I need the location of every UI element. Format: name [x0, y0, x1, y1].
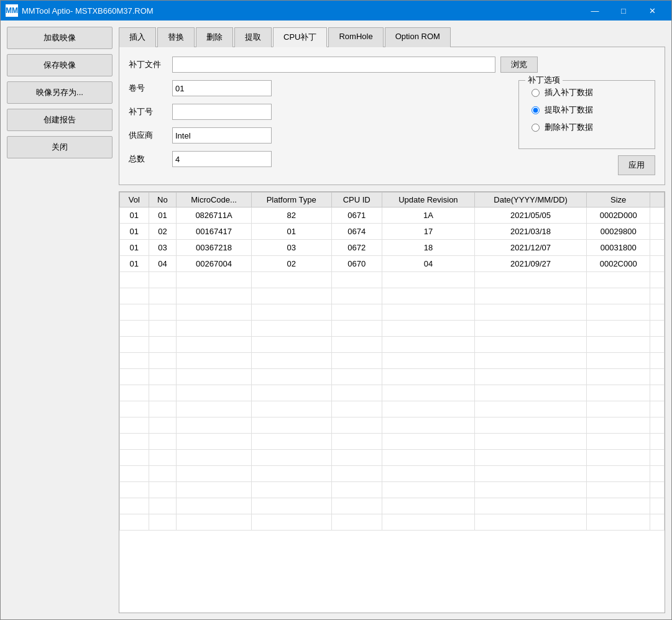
vol-input[interactable]	[172, 80, 272, 96]
cell-9-1	[149, 353, 177, 369]
table-row[interactable]	[120, 304, 665, 321]
save-image-button[interactable]: 保存映像	[7, 54, 113, 76]
col-update-revision: Update Revision	[382, 193, 474, 207]
cell-15-3	[251, 450, 331, 466]
table-row[interactable]: 010300367218030672182021/12/0700031800	[120, 240, 665, 256]
cell-18-4	[331, 498, 382, 514]
col-vol: Vol	[120, 193, 149, 207]
vol-label: 卷号	[129, 83, 172, 94]
cell-19-8	[650, 514, 665, 531]
patch-file-input[interactable]	[172, 57, 495, 73]
cell-11-2	[177, 385, 252, 401]
cell-1-1: 02	[149, 224, 177, 240]
cell-15-4	[331, 450, 382, 466]
table-row[interactable]	[120, 434, 665, 450]
cell-10-7	[587, 369, 650, 385]
table-row[interactable]	[120, 337, 665, 353]
cell-19-3	[251, 514, 331, 531]
cell-2-6: 2021/12/07	[475, 240, 587, 256]
patch-no-input[interactable]	[172, 104, 272, 120]
vendor-input[interactable]	[172, 127, 272, 144]
close-app-button[interactable]: 关闭	[7, 136, 113, 158]
cell-1-7: 00029800	[587, 224, 650, 240]
table-row[interactable]: 010400267004020670042021/09/270002C000	[120, 256, 665, 272]
minimize-button[interactable]: —	[581, 1, 609, 21]
cell-1-6: 2021/03/18	[475, 224, 587, 240]
close-button[interactable]: ✕	[638, 1, 666, 21]
cell-5-3	[251, 288, 331, 304]
cell-15-6	[475, 450, 587, 466]
table-row[interactable]	[120, 321, 665, 337]
table-row[interactable]	[120, 353, 665, 369]
tab-insert[interactable]: 插入	[119, 27, 156, 47]
cell-8-4	[331, 337, 382, 353]
tab-option-rom[interactable]: Option ROM	[385, 27, 451, 47]
cell-8-2	[177, 337, 252, 353]
cell-0-0: 01	[120, 207, 149, 224]
create-report-button[interactable]: 创建报告	[7, 109, 113, 131]
save-image-as-button[interactable]: 映像另存为...	[7, 81, 113, 104]
vendor-row: 供应商	[129, 127, 506, 144]
cell-5-6	[475, 288, 587, 304]
table-row[interactable]	[120, 288, 665, 304]
table-row[interactable]	[120, 417, 665, 434]
cell-7-7	[587, 321, 650, 337]
cell-2-4: 0672	[331, 240, 382, 256]
cell-8-1	[149, 337, 177, 353]
cell-8-5	[382, 337, 474, 353]
table-row[interactable]: 010200167417010674172021/03/1800029800	[120, 224, 665, 240]
main-content: 加载映像 保存映像 映像另存为... 创建报告 关闭 插入 替换 删除 提取 C…	[1, 21, 671, 619]
cell-12-0	[120, 401, 149, 417]
table-row[interactable]: 01010826711A8206711A2021/05/050002D000	[120, 207, 665, 224]
tab-delete[interactable]: 删除	[196, 27, 233, 47]
cell-17-2	[177, 482, 252, 498]
total-input[interactable]	[172, 151, 272, 167]
cell-16-2	[177, 466, 252, 482]
insert-patch-radio[interactable]	[532, 89, 540, 97]
cell-3-1: 04	[149, 256, 177, 272]
extract-patch-option[interactable]: 提取补丁数据	[532, 104, 642, 116]
table-row[interactable]	[120, 498, 665, 514]
table-row[interactable]	[120, 514, 665, 531]
delete-patch-label: 删除补丁数据	[545, 122, 593, 133]
table-row[interactable]	[120, 272, 665, 288]
patch-file-label: 补丁文件	[129, 59, 172, 70]
cell-3-6: 2021/09/27	[475, 256, 587, 272]
table-row[interactable]	[120, 385, 665, 401]
cell-2-8	[650, 240, 665, 256]
cell-6-1	[149, 304, 177, 321]
apply-button[interactable]: 应用	[618, 155, 655, 175]
cell-11-4	[331, 385, 382, 401]
microcode-table: Vol No MicroCode... Platform Type CPU ID…	[119, 192, 665, 531]
load-image-button[interactable]: 加载映像	[7, 27, 113, 49]
cell-9-6	[475, 353, 587, 369]
tab-cpu-patch[interactable]: CPU补丁	[273, 27, 327, 47]
delete-patch-radio[interactable]	[532, 124, 540, 132]
extract-patch-radio[interactable]	[532, 106, 540, 114]
cell-5-4	[331, 288, 382, 304]
table-row[interactable]	[120, 401, 665, 417]
extract-patch-label: 提取补丁数据	[545, 104, 593, 116]
cell-8-6	[475, 337, 587, 353]
table-row[interactable]	[120, 369, 665, 385]
cell-0-7: 0002D000	[587, 207, 650, 224]
table-row[interactable]	[120, 466, 665, 482]
maximize-button[interactable]: □	[609, 1, 638, 21]
cell-11-1	[149, 385, 177, 401]
cell-7-2	[177, 321, 252, 337]
table-row[interactable]	[120, 450, 665, 466]
cell-4-6	[475, 272, 587, 288]
cell-18-0	[120, 498, 149, 514]
table-row[interactable]	[120, 482, 665, 498]
cell-5-1	[149, 288, 177, 304]
browse-button[interactable]: 浏览	[500, 57, 538, 73]
delete-patch-option[interactable]: 删除补丁数据	[532, 122, 642, 133]
insert-patch-option[interactable]: 插入补丁数据	[532, 87, 642, 98]
cell-10-0	[120, 369, 149, 385]
tab-extract[interactable]: 提取	[234, 27, 272, 47]
tab-romhole[interactable]: RomHole	[328, 27, 383, 47]
cell-10-8	[650, 369, 665, 385]
tab-replace[interactable]: 替换	[157, 27, 195, 47]
cell-7-0	[120, 321, 149, 337]
cell-15-2	[177, 450, 252, 466]
